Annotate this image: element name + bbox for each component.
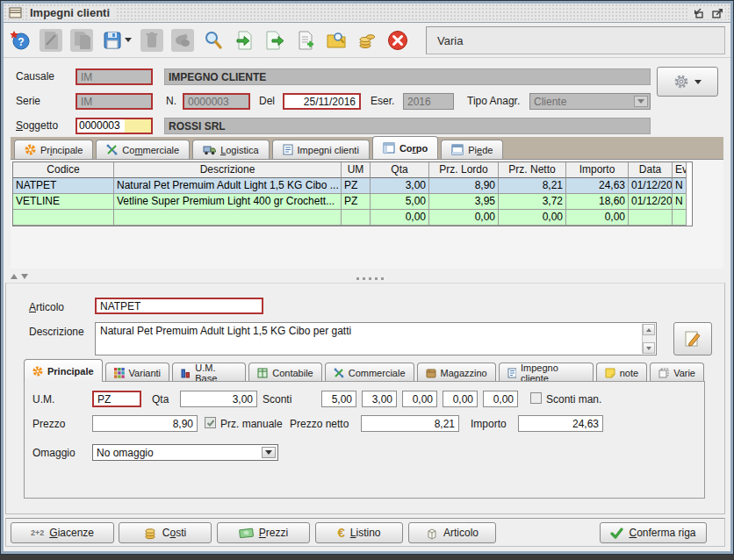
horizontal-splitter[interactable] (4, 271, 730, 282)
costi-button[interactable]: Costi (119, 522, 212, 543)
prezzo-netto-field[interactable]: 8,21 (361, 415, 459, 432)
scroll-down-icon[interactable] (643, 342, 655, 354)
cell-qta[interactable]: 0,00 (371, 210, 429, 226)
cell-descrizione[interactable]: Vetline Super Premium Light 400 gr Croch… (114, 194, 342, 210)
subtab-um-base[interactable]: U.M. Base (172, 363, 246, 382)
omaggio-combo-arrow[interactable] (262, 447, 276, 458)
cell-ev[interactable]: N (673, 194, 687, 210)
subtab-note[interactable]: note (596, 363, 647, 382)
descrizione-scrollbar[interactable] (642, 324, 655, 354)
tab-corpo[interactable]: Corpo (372, 136, 438, 159)
tab-principale[interactable]: Principale (14, 140, 93, 159)
cell-codice[interactable] (13, 210, 114, 226)
cell-data[interactable]: 01/12/20... (629, 194, 673, 210)
save-dropdown-arrow[interactable] (125, 38, 132, 42)
col-header[interactable]: Ev (673, 162, 687, 178)
numero-field[interactable]: 0000003 (183, 93, 250, 110)
subtab-contabile[interactable]: Contabile (248, 363, 321, 382)
sconto-3-field[interactable]: 0,00 (402, 391, 437, 407)
restore-window-icon[interactable] (691, 6, 706, 19)
settings-dropdown-arrow[interactable] (694, 80, 702, 84)
prezzo-field[interactable]: 8,90 (92, 415, 198, 432)
articolo-button[interactable]: Articolo (408, 522, 496, 543)
col-header[interactable]: Descrizione (114, 162, 342, 178)
subtab-principale[interactable]: Principale (24, 359, 103, 382)
col-header[interactable]: Prz. Netto (499, 162, 566, 178)
cell-qta[interactable]: 5,00 (371, 194, 429, 210)
conferma-riga-button[interactable]: Conferma riga (600, 522, 707, 543)
cell-importo[interactable]: 0,00 (566, 210, 629, 226)
col-header[interactable]: Data (629, 162, 673, 178)
subtab-impegno-cliente[interactable]: Impegno cliente (499, 363, 594, 382)
cell-codice[interactable]: VETLINE (13, 194, 114, 210)
tab-commerciale[interactable]: Commerciale (96, 140, 190, 159)
search-icon[interactable] (202, 29, 225, 52)
causale-field[interactable]: IM (76, 68, 153, 85)
importo-field[interactable]: 24,63 (518, 415, 603, 432)
splitter-grip[interactable] (356, 277, 359, 280)
serie-field[interactable]: IM (76, 93, 153, 110)
cell-prz-netto[interactable]: 3,72 (499, 194, 566, 210)
table-row[interactable]: NATPET Natural Pet Premuim Adult Light 1… (13, 178, 692, 194)
prz-manuale-checkbox[interactable] (205, 417, 216, 428)
cell-data[interactable] (629, 210, 673, 226)
new-record-help-icon[interactable]: ? (9, 29, 32, 52)
col-header[interactable]: Qta (371, 162, 429, 178)
descrizione-textarea[interactable]: Natural Pet Premuim Adult Light 1,5 KG C… (95, 322, 657, 355)
splitter-collapse-down-icon[interactable] (21, 274, 28, 279)
close-icon[interactable] (386, 29, 409, 52)
values-coins-icon[interactable] (356, 29, 378, 52)
omaggio-combo[interactable]: No omaggio (92, 444, 278, 461)
cell-qta[interactable]: 3,00 (371, 178, 429, 194)
find-archive-icon[interactable] (325, 29, 348, 52)
sconto-2-field[interactable]: 3,00 (362, 391, 397, 407)
cell-importo[interactable]: 24,63 (566, 178, 629, 194)
cell-ev[interactable] (673, 210, 687, 226)
cell-prz-netto[interactable]: 0,00 (499, 210, 566, 226)
cell-prz-netto[interactable]: 8,21 (499, 178, 566, 194)
table-row[interactable]: 0,00 0,00 0,00 0,00 (13, 210, 692, 226)
cell-prz-lordo[interactable]: 3,95 (429, 194, 499, 210)
cell-importo[interactable]: 18,60 (566, 194, 629, 210)
col-header[interactable]: Prz. Lordo (429, 162, 499, 178)
col-header[interactable]: UM (342, 162, 371, 178)
cell-descrizione[interactable] (114, 210, 342, 226)
articolo-field[interactable]: NATPET (95, 298, 263, 314)
sconto-5-field[interactable]: 0,00 (483, 391, 518, 407)
title-bar[interactable]: Impegni clienti (4, 4, 730, 23)
cell-descrizione[interactable]: Natural Pet Premuim Adult Light 1,5 KG C… (114, 178, 342, 194)
splitter-collapse-up-icon[interactable] (11, 274, 18, 279)
listino-button[interactable]: € Listino (315, 522, 403, 543)
subtab-varianti[interactable]: Varianti (105, 363, 169, 382)
export-record-icon[interactable] (263, 29, 286, 52)
edit-description-button[interactable] (673, 322, 712, 355)
prezzi-button[interactable]: Prezzi (217, 522, 310, 543)
settings-button[interactable] (657, 67, 718, 97)
maximize-window-icon[interactable] (710, 6, 725, 19)
tab-piede[interactable]: Piede (441, 140, 503, 159)
giacenze-button[interactable]: 2+2 Giacenze (11, 522, 114, 543)
qta-field[interactable]: 3,00 (180, 391, 257, 407)
cell-codice[interactable]: NATPET (13, 178, 114, 194)
um-field[interactable]: PZ (92, 391, 141, 407)
subtab-commerciale[interactable]: Commerciale (325, 363, 414, 382)
cell-ev[interactable]: N (673, 178, 687, 194)
table-row[interactable]: VETLINE Vetline Super Premium Light 400 … (13, 194, 692, 210)
col-header[interactable]: Codice (13, 162, 114, 178)
cell-data[interactable]: 01/12/20... (629, 178, 673, 194)
tab-logistica[interactable]: Logistica (192, 140, 269, 159)
soggetto-field[interactable]: 0000003 (76, 118, 153, 134)
data-documento-field[interactable]: 25/11/2016 (283, 93, 361, 110)
cell-um[interactable]: PZ (342, 178, 371, 194)
tab-impegni-clienti[interactable]: Impegni clienti (272, 140, 370, 159)
sconto-1-field[interactable]: 5,00 (321, 391, 356, 407)
sconti-man-checkbox[interactable] (530, 392, 542, 404)
subtab-magazzino[interactable]: Magazzino (417, 363, 496, 382)
col-header[interactable]: Importo (566, 162, 629, 178)
subtab-varie[interactable]: Varie (650, 363, 704, 382)
import-record-icon[interactable] (233, 29, 255, 52)
add-row-icon[interactable] (294, 29, 317, 52)
scroll-up-icon[interactable] (643, 324, 655, 335)
save-icon[interactable] (101, 29, 133, 52)
cell-prz-lordo[interactable]: 8,90 (429, 178, 499, 194)
